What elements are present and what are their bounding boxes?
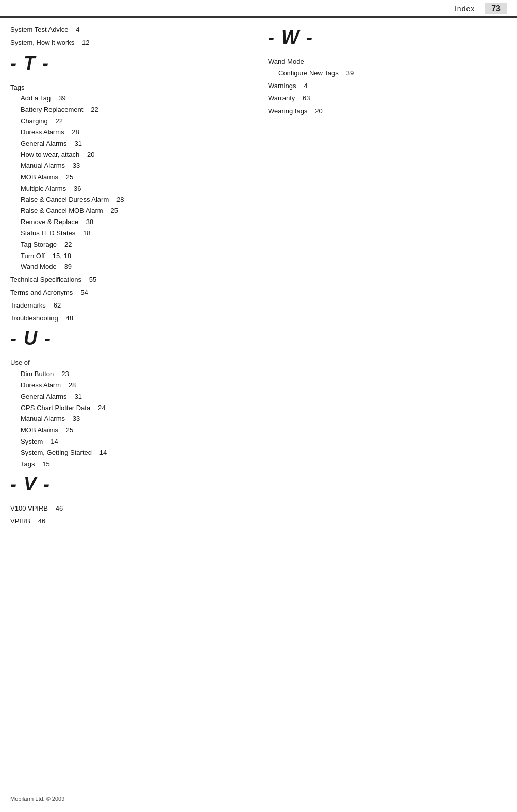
page-footer: Mobilarm Ltd. © 2009 [10, 796, 64, 802]
list-item: General Alarms 31 [21, 139, 247, 149]
list-item: MOB Alarms 25 [21, 172, 247, 183]
u-section-heading: - U - [10, 328, 247, 349]
list-item: Battery Replacement 22 [21, 105, 247, 115]
list-item: Tags [10, 82, 247, 93]
list-item: How to wear, attach 20 [21, 149, 247, 160]
list-item: Warranty 63 [268, 93, 505, 104]
list-item: General Alarms 31 [21, 392, 247, 402]
list-item: Turn Off 15, 18 [21, 251, 247, 262]
list-item: System, Getting Started 14 [21, 448, 247, 459]
v-section-heading: - V - [10, 473, 247, 495]
list-item: Raise & Cancel Duress Alarm 28 [21, 195, 247, 206]
left-column: System Test Advice 4 System, How it work… [10, 18, 258, 528]
list-item: Wand Mode [268, 57, 505, 67]
page-container: Index 73 System Test Advice 4 System, Ho… [0, 0, 517, 812]
list-item: Wearing tags 20 [268, 106, 505, 117]
use-of-children: Dim Button 23 Duress Alarm 28 General Al… [10, 369, 247, 469]
list-item: Trademarks 62 [10, 300, 247, 311]
main-content: System Test Advice 4 System, How it work… [0, 18, 517, 528]
footer-text: Mobilarm Ltd. © 2009 [10, 796, 64, 802]
list-item: GPS Chart Plotter Data 24 [21, 403, 247, 414]
wand-mode-children: Configure New Tags 39 [268, 68, 505, 79]
list-item: Warnings 4 [268, 81, 505, 92]
list-item: Raise & Cancel MOB Alarm 25 [21, 206, 247, 216]
list-item: Use of [10, 358, 247, 368]
w-section-heading: - W - [268, 27, 505, 48]
list-item: Wand Mode 39 [21, 262, 247, 273]
tags-children: Add a Tag 39 Battery Replacement 22 Char… [10, 93, 247, 273]
list-item: Multiple Alarms 36 [21, 183, 247, 194]
header-title: Index [455, 5, 475, 13]
list-item: Charging 22 [21, 116, 247, 127]
list-item: Terms and Acronyms 54 [10, 287, 247, 298]
list-item: Tag Storage 22 [21, 240, 247, 250]
list-item: Tags 15 [21, 459, 247, 470]
page-number: 73 [485, 3, 507, 14]
list-item: Remove & Replace 38 [21, 217, 247, 228]
list-item: Manual Alarms 33 [21, 161, 247, 172]
page-header: Index 73 [0, 0, 517, 18]
right-column: - W - Wand Mode Configure New Tags 39 Wa… [258, 18, 505, 528]
list-item: Troubleshooting 48 [10, 313, 247, 324]
list-item: Manual Alarms 33 [21, 414, 247, 425]
list-item: Duress Alarms 28 [21, 127, 247, 138]
t-section-heading: - T - [10, 53, 247, 74]
list-item: Duress Alarm 28 [21, 380, 247, 391]
list-item: V100 VPIRB 46 [10, 503, 247, 514]
list-item: Add a Tag 39 [21, 93, 247, 104]
list-item: System 14 [21, 436, 247, 447]
list-item: Status LED States 18 [21, 228, 247, 239]
list-item: System, How it works 12 [10, 38, 247, 48]
list-item: Technical Specifications 55 [10, 275, 247, 285]
list-item: MOB Alarms 25 [21, 425, 247, 436]
list-item: Dim Button 23 [21, 369, 247, 380]
list-item: System Test Advice 4 [10, 25, 247, 36]
list-item: VPIRB 46 [10, 516, 247, 527]
list-item: Configure New Tags 39 [278, 68, 505, 79]
